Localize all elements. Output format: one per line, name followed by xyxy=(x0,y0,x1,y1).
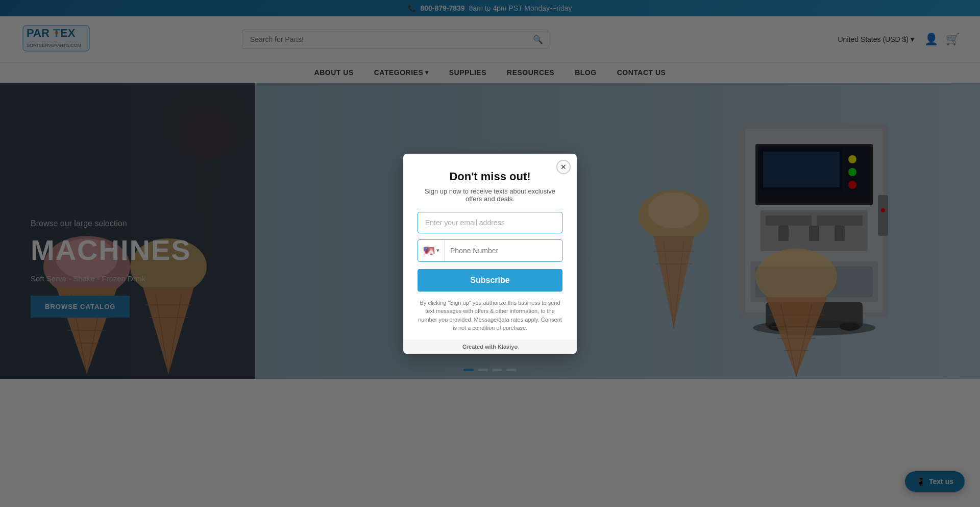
modal-close-button[interactable]: ✕ xyxy=(556,160,571,174)
modal-overlay: ✕ Don't miss out! Sign up now to receive… xyxy=(0,0,980,507)
phone-input-row: 🇺🇸 ▾ xyxy=(418,239,562,262)
klaviyo-created-with: Created with xyxy=(462,344,496,350)
modal-subtitle: Sign up now to receive texts about exclu… xyxy=(418,187,562,203)
phone-flag-selector[interactable]: 🇺🇸 ▾ xyxy=(418,240,445,261)
signup-modal: ✕ Don't miss out! Sign up now to receive… xyxy=(403,154,577,354)
flag-caret-icon: ▾ xyxy=(436,247,439,254)
subscribe-button[interactable]: Subscribe xyxy=(418,269,562,292)
flag-emoji: 🇺🇸 xyxy=(423,245,434,256)
phone-number-input[interactable] xyxy=(445,240,562,261)
email-input[interactable] xyxy=(418,212,562,233)
klaviyo-brand: Klaviyo xyxy=(498,344,518,350)
modal-title: Don't miss out! xyxy=(418,170,562,183)
klaviyo-footer: Created with Klaviyo xyxy=(403,340,577,354)
modal-disclaimer: By clicking "Sign up" you authorize this… xyxy=(418,299,562,332)
